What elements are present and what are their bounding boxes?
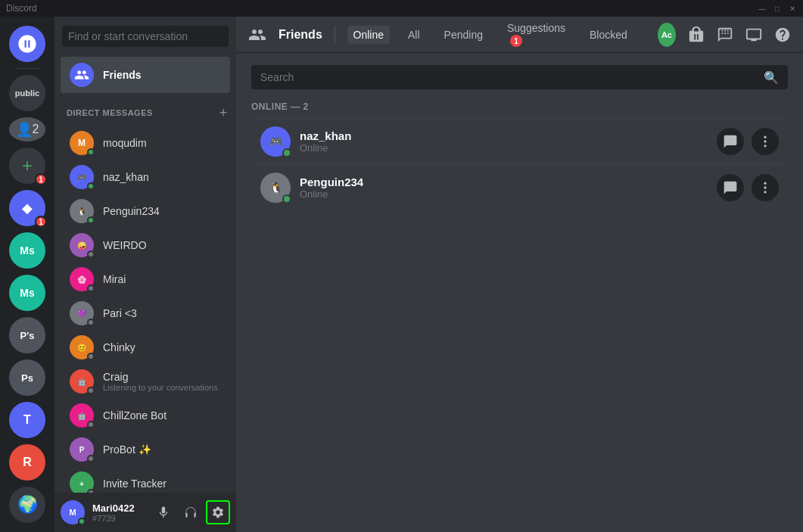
channel-sidebar: Friends Direct Messages + M moqudim 🎮 <box>54 17 236 532</box>
dm-item-info-mirai: Mirai <box>103 273 224 285</box>
server-badge-s1: 2 <box>33 123 39 136</box>
dm-item-name-probot: ProBot ✨ <box>103 443 224 456</box>
server-sidebar: public 👤 2 + 1 ◆ 1 Ms Ms P's Ps T <box>0 17 54 532</box>
add-friend-button[interactable]: Ac <box>658 23 676 47</box>
user-panel-tag: #7739 <box>92 514 148 523</box>
user-panel-name: Mari0422 <box>92 502 148 514</box>
app-title: Discord <box>6 3 37 14</box>
search-input[interactable] <box>62 26 229 47</box>
friend-row-penguin234[interactable]: 🐧 Penguin234 Online <box>251 164 788 210</box>
friend-name-naz-khan: naz_khan <box>300 129 717 142</box>
user-panel: M Mari0422 #7739 <box>54 493 236 532</box>
friend-info-penguin234: Penguin234 Online <box>300 176 717 200</box>
app-container: public 👤 2 + 1 ◆ 1 Ms Ms P's Ps T <box>0 17 803 532</box>
dm-avatar-probot: P <box>70 437 94 462</box>
dm-item-penguin234[interactable]: 🐧 Penguin234 <box>61 194 230 228</box>
server-label-ms1: Ms <box>20 244 34 257</box>
dm-item-weirdo[interactable]: 🤪 WEIRDO <box>61 229 230 262</box>
minimize-button[interactable]: — <box>758 4 767 13</box>
search-friends-input[interactable] <box>260 65 764 89</box>
status-dot-friend-naz-khan <box>282 148 291 157</box>
dm-item-info-penguin234: Penguin234 <box>103 205 224 217</box>
dm-list: M moqudim 🎮 naz_khan <box>54 123 236 493</box>
more-options-button-penguin234[interactable] <box>752 174 779 201</box>
dm-item-name-penguin234: Penguin234 <box>103 205 224 217</box>
dm-item-wrapper-invite-tracker: + Invite Tracker <box>54 467 236 493</box>
dm-item-info-moqudim: moqudim <box>103 137 224 149</box>
online-count-header: ONLINE — 2 <box>251 101 788 112</box>
dm-item-info-weirdo: WEIRDO <box>103 239 224 251</box>
dm-item-naz-khan[interactable]: 🎮 naz_khan <box>61 160 230 194</box>
server-icon-diamond[interactable]: ◆ 1 <box>9 190 45 226</box>
server-icon-world[interactable]: 🌍 <box>9 487 45 523</box>
user-panel-avatar: M <box>61 500 85 524</box>
tab-suggestions[interactable]: Suggestions 1 <box>501 19 571 51</box>
server-diamond-icon: ◆ <box>22 200 33 216</box>
server-icon-ms1[interactable]: Ms <box>9 232 45 269</box>
server-icon-add[interactable]: + 1 <box>9 148 45 184</box>
dm-avatar-weirdo: 🤪 <box>70 233 94 257</box>
tab-blocked[interactable]: Blocked <box>584 26 633 44</box>
user-panel-controls <box>151 500 230 524</box>
dm-avatar-pari: 💜 <box>70 301 94 325</box>
friend-status-naz-khan: Online <box>300 142 717 154</box>
help-icon[interactable] <box>774 26 791 44</box>
settings-button[interactable] <box>206 500 230 524</box>
dm-item-craig[interactable]: 🤖 Craig Listening to your conversations <box>61 365 230 398</box>
more-options-button-naz-khan[interactable] <box>752 128 779 155</box>
close-button[interactable]: ✕ <box>788 4 797 13</box>
server-icon-ps2[interactable]: Ps <box>9 359 45 396</box>
header-divider <box>335 26 335 44</box>
server-divider <box>15 68 39 69</box>
message-button-penguin234[interactable] <box>717 174 744 201</box>
friend-row-naz-khan[interactable]: 🎮 naz_khan Online <box>251 118 788 164</box>
friends-nav-item[interactable]: Friends <box>61 57 230 93</box>
dm-item-name-weirdo: WEIRDO <box>103 239 224 251</box>
server-icon-ms2[interactable]: Ms <box>9 275 45 311</box>
svg-point-5 <box>764 182 766 185</box>
message-button-naz-khan[interactable] <box>717 128 744 155</box>
add-server-icon: + <box>22 155 33 176</box>
friends-nav-icon <box>70 63 94 87</box>
headphones-button[interactable] <box>179 500 203 524</box>
dm-avatar-moqudim: M <box>70 131 94 155</box>
dm-item-chinky[interactable]: 😊 Chinky <box>61 331 230 364</box>
suggestions-badge: 1 <box>510 35 522 47</box>
suggestions-label: Suggestions <box>507 22 565 34</box>
friend-actions-penguin234 <box>717 174 779 201</box>
dm-item-name-chillzone: ChillZone Bot <box>103 409 224 422</box>
server-icon-t[interactable]: T <box>9 402 45 438</box>
dm-item-invite-tracker[interactable]: + Invite Tracker <box>61 467 230 493</box>
dm-item-name-craig: Craig <box>103 371 224 383</box>
dm-item-probot[interactable]: P ProBot ✨ <box>61 433 230 466</box>
svg-point-3 <box>764 140 766 142</box>
server-label-r: R <box>23 456 32 469</box>
microphone-button[interactable] <box>151 500 176 524</box>
dm-item-pari[interactable]: 💜 Pari <3 <box>61 297 230 330</box>
user-panel-info: Mari0422 #7739 <box>92 502 148 523</box>
nitro-icon[interactable] <box>688 26 705 44</box>
tab-online[interactable]: Online <box>347 26 390 44</box>
server-icon-ps1[interactable]: P's <box>9 317 45 353</box>
dm-item-moqudim[interactable]: M moqudim <box>61 126 230 160</box>
maximize-button[interactable]: □ <box>773 4 782 13</box>
dm-add-button[interactable]: + <box>216 106 230 120</box>
status-dot-invite-tracker <box>87 489 95 493</box>
server-world-icon: 🌍 <box>17 495 38 515</box>
user-status-dot <box>78 518 86 525</box>
server-icon-public[interactable]: public <box>9 75 45 111</box>
server-label-ms2: Ms <box>20 287 34 299</box>
monitor-icon[interactable] <box>745 26 762 44</box>
dm-item-name-moqudim: moqudim <box>103 137 224 149</box>
server-icon-s1[interactable]: 👤 2 <box>9 117 45 142</box>
server-icon-r[interactable]: R <box>9 444 45 481</box>
server-label-ps2: Ps <box>21 372 33 384</box>
dm-item-mirai[interactable]: 🌸 Mirai <box>61 263 230 296</box>
status-dot-chinky <box>87 353 95 360</box>
tab-all[interactable]: All <box>402 26 426 44</box>
tab-pending[interactable]: Pending <box>438 26 489 44</box>
new-group-dm-icon[interactable] <box>717 26 733 44</box>
discord-home-button[interactable] <box>9 26 45 62</box>
dm-item-chillzone[interactable]: 🤖 ChillZone Bot <box>61 399 230 432</box>
status-dot-craig <box>87 387 95 394</box>
